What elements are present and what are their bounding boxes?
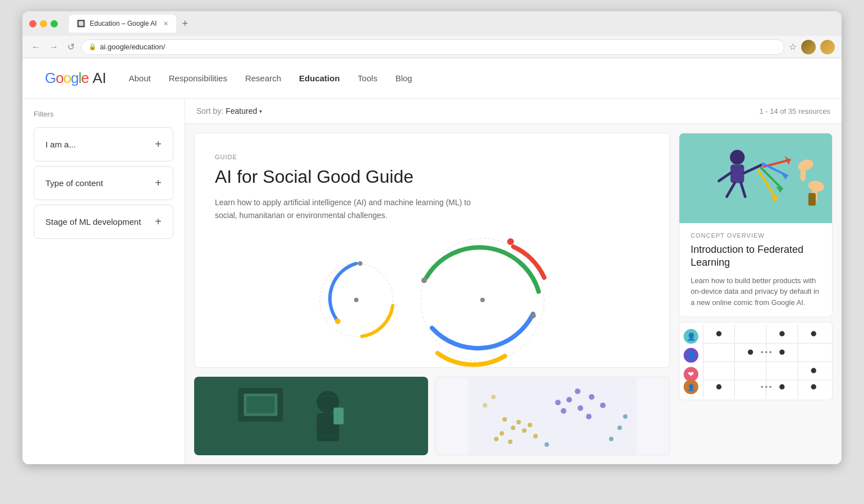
logo-ai-text: AI [93,70,107,87]
sort-value: Featured [226,107,257,115]
filter-i-am-a-plus: + [155,138,162,151]
svg-text:👤: 👤 [687,332,696,341]
scatter-plot-svg [435,377,669,455]
filter-type-label: Type of content [45,178,103,188]
tab-bar: 🔲 Education – Google AI ✕ + [69,15,191,33]
svg-point-2 [335,318,341,324]
user-avatar[interactable] [801,40,816,54]
main-layout: Filters I am a... + Type of content + St… [22,99,842,464]
google-account-icon[interactable] [820,40,835,54]
svg-rect-12 [247,396,275,413]
lower-card-dark[interactable] [194,377,428,455]
sort-bar: Sort by: Featured ▾ 1 - 14 of 35 resourc… [185,99,842,124]
filter-stage-label: Stage of ML development [45,217,141,226]
browser-titlebar: 🔲 Education – Google AI ✕ + [22,11,842,36]
svg-point-44 [730,150,744,164]
filter-i-am-a[interactable]: I am a... + [34,127,173,161]
filter-type-of-content[interactable]: Type of content + [34,166,173,200]
svg-point-22 [522,428,527,433]
lower-card-scatter[interactable] [435,377,670,455]
minimize-dot[interactable] [40,20,47,27]
avatar-image [801,40,816,54]
window-controls [29,20,58,27]
svg-point-81 [811,331,816,336]
svg-rect-19 [468,377,637,455]
toolbar-right: ☆ [789,40,835,54]
concept-title: Introduction to Federated Learning [691,243,821,270]
refresh-button[interactable]: ↺ [65,39,77,54]
svg-point-28 [503,417,507,422]
svg-point-91 [765,386,768,388]
concept-card[interactable]: CONCEPT OVERVIEW Introduction to Federat… [679,133,833,317]
tab-close-button[interactable]: ✕ [163,20,168,27]
address-bar[interactable]: 🔒 ai.google/education/ [81,39,784,55]
svg-point-23 [494,437,499,441]
svg-point-36 [555,400,561,405]
browser-window: 🔲 Education – Google AI ✕ + ← → ↺ 🔒 ai.g… [22,11,842,464]
svg-point-92 [761,386,763,388]
back-button[interactable]: ← [29,40,43,54]
sidebar: Filters I am a... + Type of content + St… [22,99,185,464]
svg-point-7 [530,313,536,318]
svg-point-29 [567,397,572,403]
svg-point-89 [779,385,784,390]
right-column: CONCEPT OVERVIEW Introduction to Federat… [679,124,842,464]
svg-point-41 [483,403,488,408]
tab-title: Education – Google AI [90,20,157,27]
new-tab-button[interactable]: + [178,18,191,30]
guide-title: AI for Social Good Guide [215,166,649,187]
svg-point-93 [769,386,771,388]
svg-point-21 [511,426,516,430]
star-icon[interactable]: ☆ [789,41,797,52]
concept-description: Learn how to build better products with … [691,275,821,308]
logo-google-text: Google [45,70,89,87]
tab-favicon: 🔲 [77,20,85,27]
svg-point-87 [811,368,816,373]
svg-text:👤: 👤 [687,351,696,360]
svg-text:❤: ❤ [688,370,694,378]
svg-point-30 [578,405,583,411]
sort-by-control[interactable]: Sort by: Featured ▾ [196,107,262,115]
svg-point-86 [769,352,771,354]
sort-prefix: Sort by: [196,107,223,115]
circular-svg [264,233,600,367]
maximize-dot[interactable] [50,20,58,27]
nav-blog[interactable]: Blog [396,73,412,83]
concept-tag: CONCEPT OVERVIEW [691,232,821,239]
nav-responsibilities[interactable]: Responsibilities [169,73,227,83]
url-text: ai.google/education/ [100,43,165,51]
forward-button[interactable]: → [47,40,61,54]
filter-stage-ml[interactable]: Stage of ML development + [34,205,173,239]
nav-research[interactable]: Research [245,73,281,83]
svg-point-8 [480,298,485,302]
svg-point-80 [779,331,784,336]
svg-point-39 [623,414,628,419]
svg-rect-43 [679,136,832,220]
svg-point-37 [618,426,622,430]
active-tab[interactable]: 🔲 Education – Google AI ✕ [69,15,176,33]
svg-point-27 [528,423,532,427]
site-nav: About Responsibilities Research Educatio… [128,73,412,83]
matrix-card[interactable]: 👤 👤 ❤ 👤 [679,322,833,400]
nav-about[interactable]: About [128,73,150,83]
svg-point-38 [609,437,614,441]
svg-point-84 [765,352,768,354]
site-header: Google AI About Responsibilities Researc… [22,58,842,99]
guide-tag: GUIDE [215,154,649,160]
svg-point-34 [575,389,581,394]
svg-point-33 [600,403,606,408]
site-logo[interactable]: Google AI [45,70,106,87]
svg-rect-45 [730,165,744,183]
svg-point-83 [779,350,784,355]
nav-tools[interactable]: Tools [358,73,378,83]
svg-text:👤: 👤 [687,383,696,391]
guide-visualization [195,233,669,367]
featured-guide-card[interactable]: GUIDE AI for Social Good Guide Learn how… [194,133,670,368]
filter-type-plus: + [155,177,162,189]
nav-education[interactable]: Education [299,73,340,83]
svg-point-3 [358,261,362,266]
close-dot[interactable] [29,20,36,27]
svg-point-42 [491,395,496,399]
filter-i-am-a-label: I am a... [45,140,76,149]
lower-cards-row [194,377,670,455]
